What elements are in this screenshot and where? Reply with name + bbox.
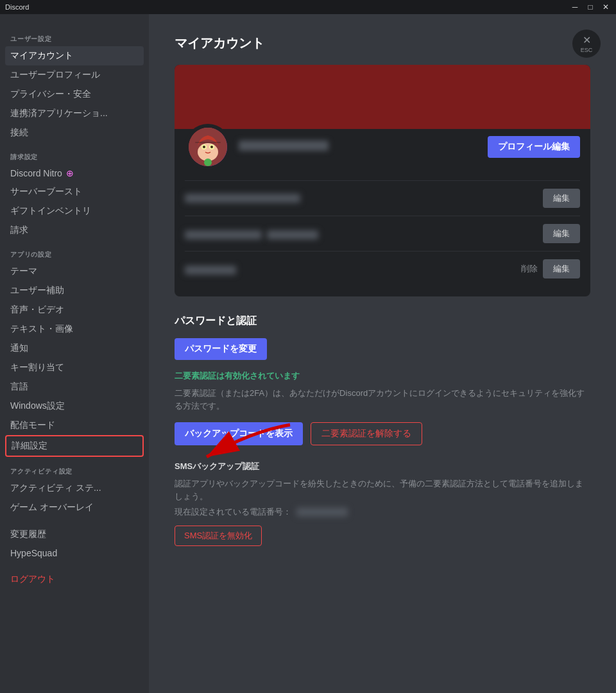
avatar: [185, 124, 231, 170]
avatar-image: [189, 128, 227, 166]
sidebar-item-activity-status[interactable]: アクティビティ ステ...: [5, 479, 144, 498]
username-blurred: [239, 141, 329, 151]
minimize-button[interactable]: ─: [570, 2, 580, 12]
sidebar-item-notifications[interactable]: 通知: [5, 339, 144, 358]
esc-button[interactable]: ✕ ESC: [572, 30, 601, 58]
delete-phone-button[interactable]: 削除: [521, 263, 538, 275]
sidebar-section-activity: アクティビティ設定: [5, 462, 144, 479]
sidebar-item-advanced[interactable]: 詳細設定: [5, 435, 144, 457]
sidebar-item-accessibility[interactable]: ユーザー補助: [5, 281, 144, 300]
app-body: ユーザー設定 マイアカウント ユーザープロフィール プライバシー・安全 連携済ア…: [0, 14, 616, 693]
app-title: Discord: [5, 3, 29, 11]
sidebar-section-billing: 請求設定: [5, 148, 144, 164]
change-password-button[interactable]: パスワードを変更: [175, 338, 267, 360]
svg-point-5: [210, 146, 213, 148]
sms-phone-row: 現在設定されている電話番号：: [175, 506, 590, 518]
sidebar-item-privacy-safety[interactable]: プライバシー・安全: [5, 85, 144, 104]
twofa-buttons: バックアップコードを表示 二要素認証を解除する: [175, 422, 590, 445]
sidebar-item-discord-nitro[interactable]: Discord Nitro ⊕: [5, 164, 144, 182]
email-extra-blurred: [267, 230, 318, 239]
window-controls: ─ □ ✕: [570, 2, 611, 12]
sidebar-item-user-profile[interactable]: ユーザープロフィール: [5, 65, 144, 85]
esc-label: ESC: [581, 47, 593, 53]
sidebar-item-authorized-apps[interactable]: 連携済アプリケーショ...: [5, 104, 144, 123]
sidebar-item-keybinds[interactable]: キー割り当て: [5, 358, 144, 377]
sms-section: SMSバックアップ認証 認証アプリやバックアップコードを紛失したときのために、予…: [175, 461, 590, 546]
email-field-content: [185, 228, 543, 239]
edit-phone-button[interactable]: 編集: [543, 259, 580, 278]
sidebar-item-language[interactable]: 言語: [5, 377, 144, 397]
email-value-blurred: [185, 230, 262, 239]
sidebar-item-voice-video[interactable]: 音声・ビデオ: [5, 300, 144, 320]
main-content: ✕ ESC マイアカウント: [149, 14, 616, 693]
close-icon: ✕: [583, 34, 591, 46]
sms-phone-label: 現在設定されている電話番号：: [175, 506, 291, 518]
twofa-status: 二要素認証は有効化されています: [175, 370, 590, 382]
edit-email-button[interactable]: 編集: [543, 224, 580, 243]
sidebar-item-game-overlay[interactable]: ゲーム オーバーレイ: [5, 498, 144, 517]
password-section-title: パスワードと認証: [175, 314, 590, 328]
backup-codes-button[interactable]: バックアップコードを表示: [175, 422, 303, 445]
sidebar-item-connections[interactable]: 接続: [5, 123, 144, 142]
sidebar-item-windows-settings[interactable]: Windows設定: [5, 397, 144, 416]
sidebar-item-hypesquad[interactable]: HypeSquad: [5, 544, 144, 562]
username-field-row: 編集: [185, 180, 580, 216]
sms-description: 認証アプリやバックアップコードを紛失したときのために、予備の二要素認証方法として…: [175, 477, 590, 502]
sidebar-item-my-account[interactable]: マイアカウント: [5, 46, 144, 65]
profile-name-area: [239, 141, 488, 153]
username-value-blurred: [185, 194, 300, 203]
titlebar: Discord ─ □ ✕: [0, 0, 616, 14]
close-button[interactable]: ✕: [601, 2, 611, 12]
edit-profile-button[interactable]: プロフィール編集: [488, 136, 580, 158]
sidebar-item-gift-inventory[interactable]: ギフトインベントリ: [5, 201, 144, 221]
sidebar-item-theme[interactable]: テーマ: [5, 262, 144, 281]
sidebar-item-text-images[interactable]: テキスト・画像: [5, 320, 144, 339]
svg-point-1: [198, 143, 218, 161]
maximize-button[interactable]: □: [585, 2, 595, 12]
sidebar-item-logout[interactable]: ログアウト: [5, 570, 144, 589]
sms-disable-button[interactable]: SMS認証を無効化: [175, 526, 262, 546]
email-value-row: [185, 230, 543, 239]
phone-number-blurred: [296, 508, 348, 517]
sidebar-item-server-boost[interactable]: サーバーブースト: [5, 182, 144, 201]
sidebar-item-changelog[interactable]: 変更履歴: [5, 525, 144, 544]
profile-card: プロフィール編集 編集: [175, 65, 590, 296]
svg-point-7: [204, 158, 212, 166]
twofa-description: 二要素認証（または2FA）は、あなただけがDiscordアカウントにログインでき…: [175, 387, 590, 412]
sidebar-section-user-settings: ユーザー設定: [5, 30, 144, 46]
sidebar: ユーザー設定 マイアカウント ユーザープロフィール プライバシー・安全 連携済ア…: [0, 14, 149, 693]
fields-area: 編集 編集: [175, 180, 590, 296]
svg-point-4: [203, 146, 205, 148]
phone-value-blurred: [185, 266, 236, 275]
svg-rect-6: [195, 142, 221, 143]
sidebar-item-billing[interactable]: 請求: [5, 221, 144, 240]
phone-value-row: [185, 266, 521, 275]
sms-section-title: SMSバックアップ認証: [175, 461, 590, 472]
phone-field-content: [185, 263, 521, 275]
sidebar-item-stream-mode[interactable]: 配信モード: [5, 416, 144, 435]
nitro-icon: ⊕: [66, 168, 74, 178]
sidebar-section-app-settings: アプリの設定: [5, 245, 144, 262]
profile-info-row: プロフィール編集: [175, 116, 590, 180]
edit-username-button[interactable]: 編集: [543, 189, 580, 208]
username-field-content: [185, 194, 543, 203]
email-field-row: 編集: [185, 216, 580, 251]
password-auth-section: パスワードと認証 パスワードを変更 二要素認証は有効化されています 二要素認証（…: [175, 314, 590, 546]
page-title: マイアカウント: [175, 35, 590, 52]
disable-2fa-button[interactable]: 二要素認証を解除する: [311, 422, 422, 445]
phone-field-row: 削除 編集: [185, 251, 580, 286]
